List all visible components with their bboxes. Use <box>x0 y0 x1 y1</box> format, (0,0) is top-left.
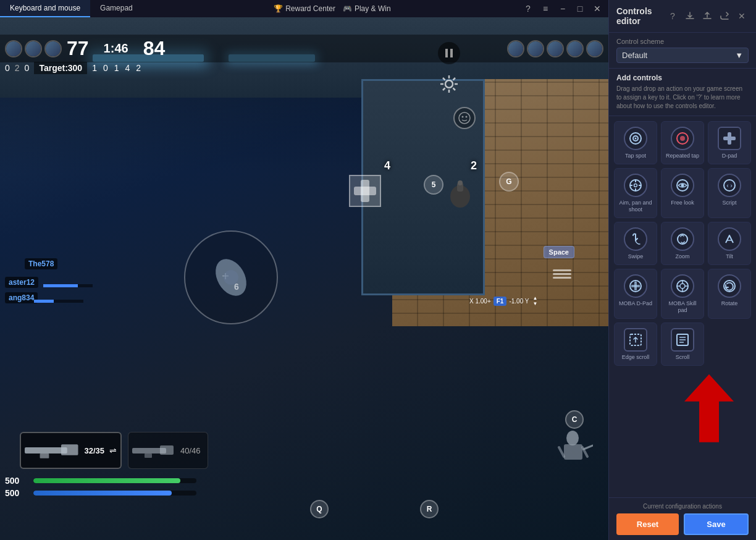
title-right: ? ≡ − □ ✕ <box>522 2 608 15</box>
zoom-icon <box>671 227 694 251</box>
add-controls-title: Add controls <box>616 74 749 82</box>
kill-r0: 1 <box>92 63 97 73</box>
export-button[interactable] <box>700 9 714 23</box>
soldier-icon <box>553 426 593 466</box>
minimize-button[interactable]: − <box>556 2 569 15</box>
svg-rect-33 <box>145 454 152 458</box>
control-edge-scroll[interactable]: Edge scroll <box>614 323 657 366</box>
help-button[interactable]: ? <box>522 2 534 15</box>
settings-button[interactable] <box>438 73 460 95</box>
zoom-icon-svg <box>675 232 690 247</box>
tilt-label: Tilt <box>726 253 733 261</box>
restore-button[interactable]: □ <box>574 2 586 15</box>
ammo-count-1: 32/35 <box>84 446 104 455</box>
control-scroll[interactable]: Scroll <box>661 323 704 366</box>
import-button[interactable] <box>683 9 697 23</box>
key-c-control[interactable]: C <box>565 410 584 429</box>
scheme-label: Control scheme <box>616 38 749 45</box>
player-icon-2 <box>25 40 42 57</box>
svg-point-19 <box>566 431 579 445</box>
control-zoom[interactable]: Zoom <box>661 222 704 265</box>
control-rotate[interactable]: Rotate <box>708 269 751 319</box>
title-bar: Keyboard and mouse Gamepad 🏆 Reward Cent… <box>0 0 608 17</box>
key-r-control[interactable]: R <box>420 500 439 518</box>
reward-center[interactable]: 🏆 Reward Center <box>274 4 335 13</box>
play-icon: 🎮 <box>343 4 352 13</box>
health-row: 500 <box>5 476 196 486</box>
f1-coords: X 1.00+ F1 -1.00 Y ▲ ▼ <box>469 295 537 306</box>
bottom-buttons: Reset Save <box>616 513 749 535</box>
import-icon <box>685 11 695 21</box>
health-bars: 500 500 <box>5 476 196 498</box>
script-label: Script <box>722 200 736 207</box>
menu-lines <box>553 268 571 281</box>
kill-spacer: 2 <box>15 63 20 73</box>
tilt-icon <box>718 227 741 251</box>
control-tap-spot[interactable]: Tap spot <box>614 121 657 164</box>
swipe-icon-svg <box>628 232 643 247</box>
svg-point-11 <box>459 112 470 124</box>
dpad-control[interactable] <box>349 175 381 207</box>
player-icon-7 <box>566 40 584 57</box>
add-controls-section: Add controls Drag and drop an action on … <box>609 69 756 116</box>
svg-point-48 <box>681 184 684 187</box>
close-panel-button[interactable]: ✕ <box>735 9 749 23</box>
zoom-label: Zoom <box>675 253 689 261</box>
label-4: 4 <box>384 159 390 172</box>
edge-scroll-icon <box>624 328 647 352</box>
bar-1-fill <box>43 284 78 287</box>
score-left: 77 <box>67 37 89 60</box>
control-script[interactable]: ‹› Script <box>708 168 751 218</box>
tab-gamepad[interactable]: Gamepad <box>90 0 143 17</box>
control-repeated-tap[interactable]: Repeated tap <box>661 121 704 164</box>
control-swipe[interactable]: Swipe <box>614 222 657 265</box>
player-icon-6 <box>547 40 564 57</box>
share-button[interactable] <box>718 9 731 23</box>
hud-second-row: 0 2 0 Target:300 1 0 1 4 2 <box>0 61 608 75</box>
control-aim-pan-shoot[interactable]: Aim, pan and shoot <box>614 168 657 218</box>
dpad-icon-svg <box>722 131 737 146</box>
svg-rect-28 <box>25 447 67 454</box>
close-button[interactable]: ✕ <box>591 2 603 15</box>
key-5-control[interactable]: 5 <box>424 175 443 195</box>
header-icons: ? ✕ <box>666 9 749 23</box>
share-icon <box>720 11 729 21</box>
key-q-control[interactable]: Q <box>310 500 329 518</box>
svg-rect-40 <box>723 137 736 140</box>
svg-point-2 <box>445 80 453 88</box>
reset-button[interactable]: Reset <box>616 513 679 535</box>
tap-spot-label: Tap spot <box>625 153 646 160</box>
play-win[interactable]: 🎮 Play & Win <box>343 4 391 13</box>
control-moba-skill[interactable]: MOBA Skill pad <box>661 269 704 319</box>
moba-dpad-label: MOBA D-Pad <box>619 300 652 308</box>
export-icon <box>702 11 712 21</box>
free-look-icon <box>671 174 694 197</box>
menu-button[interactable]: ≡ <box>539 2 552 15</box>
ammo-slot-1: 32/35 ⇌ <box>20 432 122 469</box>
tab-keyboard-mouse[interactable]: Keyboard and mouse <box>0 0 90 17</box>
svg-text:‹›: ‹› <box>726 182 733 189</box>
gun-2-icon <box>132 443 175 458</box>
svg-point-13 <box>466 116 468 118</box>
svg-point-38 <box>680 136 685 141</box>
svg-line-9 <box>453 78 456 80</box>
player-tag-1: The578 <box>25 258 57 269</box>
control-tilt[interactable]: Tilt <box>708 222 751 265</box>
control-moba-dpad[interactable]: MOBA D-Pad <box>614 269 657 319</box>
key-g-control[interactable]: G <box>499 172 519 192</box>
swap-icon: ⇌ <box>109 445 117 455</box>
player-icon-5 <box>527 40 544 57</box>
grenade-icon <box>445 178 476 209</box>
tap-spot-icon <box>624 127 647 150</box>
player-icon-1 <box>5 40 22 57</box>
control-dpad[interactable]: D-pad <box>708 121 751 164</box>
player-tag-2: aster12 <box>5 277 38 288</box>
kill-1: 0 <box>25 63 30 73</box>
scheme-select[interactable]: Default ▼ <box>616 48 749 63</box>
svg-rect-20 <box>564 444 582 460</box>
help-panel-button[interactable]: ? <box>666 9 679 23</box>
grid-row-5: Edge scroll Scroll <box>614 323 751 366</box>
save-button[interactable]: Save <box>684 513 749 535</box>
game-viewport: 77 1:46 84 0 2 0 Target:300 1 0 1 <box>0 17 608 540</box>
control-free-look[interactable]: Free look <box>661 168 704 218</box>
